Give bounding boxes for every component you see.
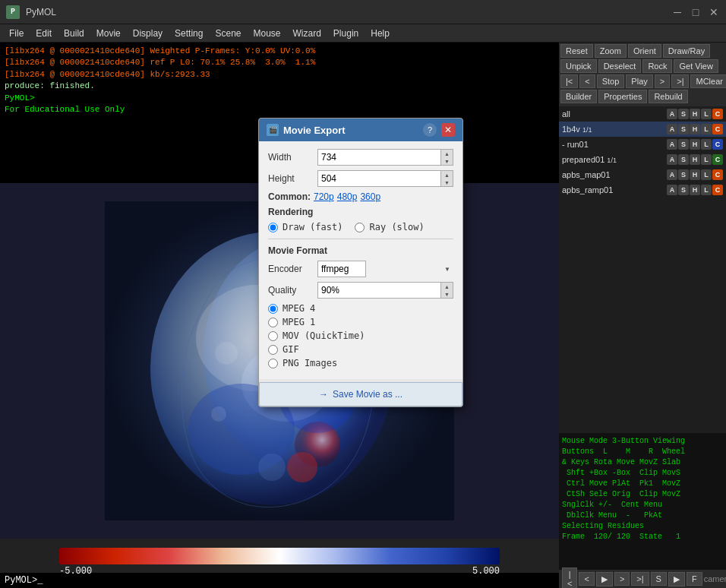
menu-build[interactable]: Build [58, 27, 90, 40]
menu-display[interactable]: Display [127, 27, 169, 40]
nav-s[interactable]: S [651, 572, 667, 586]
preset-360p[interactable]: 360p [360, 191, 380, 202]
draw-fast-radio[interactable] [268, 223, 278, 232]
mclear-button[interactable]: MClear [690, 74, 726, 88]
deselect-button[interactable]: Deselect [598, 59, 642, 73]
menu-file[interactable]: File [3, 27, 30, 40]
draw-fast-label[interactable]: Draw (fast) [283, 222, 342, 232]
mov-radio[interactable] [268, 331, 278, 341]
preset-720p[interactable]: 720p [314, 191, 334, 202]
obj-badge-a-all[interactable]: A [667, 109, 677, 119]
menu-scene[interactable]: Scene [209, 27, 247, 40]
getview-button[interactable]: Get View [674, 59, 718, 73]
height-input[interactable] [317, 170, 441, 187]
quality-spinner[interactable]: ▲ ▼ [441, 282, 453, 299]
minimize-button[interactable]: ─ [671, 6, 683, 18]
obj-badge-h-apbs-map[interactable]: H [690, 169, 700, 180]
obj-badge-s-apbs-ramp[interactable]: S [678, 185, 689, 195]
menu-mouse[interactable]: Mouse [247, 27, 286, 40]
rebuild-button[interactable]: Rebuild [649, 90, 687, 103]
obj-badge-l-1b4v[interactable]: L [701, 124, 712, 134]
ray-slow-label[interactable]: Ray (slow) [369, 222, 424, 232]
preset-480p[interactable]: 480p [337, 191, 358, 202]
stop-button[interactable]: Stop [597, 74, 625, 88]
mpeg4-radio[interactable] [268, 304, 278, 314]
encoder-select[interactable]: ffmpeg mencoder avconv [317, 261, 366, 277]
obj-badge-c-run01[interactable]: C [712, 139, 723, 150]
obj-badge-s-apbs-map[interactable]: S [678, 169, 689, 180]
menu-wizard[interactable]: Wizard [287, 27, 327, 40]
reset-button[interactable]: Reset [560, 44, 593, 58]
menu-plugin[interactable]: Plugin [327, 27, 365, 40]
obj-badge-s-all[interactable]: S [678, 109, 689, 119]
obj-badge-c-apbs-map[interactable]: C [712, 169, 723, 180]
obj-badge-l-run01[interactable]: L [701, 139, 712, 150]
obj-badge-h-apbs-ramp[interactable]: H [690, 185, 700, 195]
nav-next[interactable]: > [614, 572, 630, 586]
unpick-button[interactable]: Unpick [560, 59, 597, 73]
obj-badge-h-all[interactable]: H [690, 109, 700, 119]
rock-button[interactable]: Rock [642, 59, 672, 73]
ray-slow-radio[interactable] [355, 223, 365, 232]
width-spinner[interactable]: ▲ ▼ [441, 149, 453, 166]
height-spinner[interactable]: ▲ ▼ [441, 170, 453, 187]
nav-ffwd[interactable]: >| [631, 572, 649, 586]
object-row-prepared01[interactable]: prepared01 1/1 A S H L C [559, 152, 726, 167]
mov-label[interactable]: MOV (QuickTime) [283, 330, 365, 341]
object-row-apbs-map[interactable]: apbs_map01 A S H L C [559, 167, 726, 182]
obj-badge-a-prep[interactable]: A [667, 154, 677, 165]
movie-export-dialog[interactable]: 🎬 Movie Export ? ✕ Width ▲ ▼ Height ▲ [258, 118, 463, 407]
obj-badge-a-apbs-ramp[interactable]: A [667, 185, 677, 195]
object-row-run01[interactable]: - run01 A S H L C [559, 137, 726, 152]
gif-label[interactable]: GIF [283, 344, 299, 355]
obj-badge-l-apbs-map[interactable]: L [701, 169, 712, 180]
obj-badge-a-run01[interactable]: A [667, 139, 677, 150]
mpeg4-label[interactable]: MPEG 4 [283, 303, 315, 314]
obj-badge-a-apbs-map[interactable]: A [667, 169, 677, 180]
orient-button[interactable]: Orient [628, 44, 661, 58]
obj-badge-s-1b4v[interactable]: S [678, 124, 689, 134]
nav-rewind[interactable]: |< [562, 567, 577, 588]
menu-setting[interactable]: Setting [169, 27, 209, 40]
maximize-button[interactable]: □ [690, 6, 702, 18]
object-row-all[interactable]: all A S H L C [559, 106, 726, 122]
object-row-apbs-ramp[interactable]: apbs_ramp01 A S H L C [559, 182, 726, 198]
play-button[interactable]: Play [626, 74, 652, 88]
builder-button[interactable]: Builder [560, 90, 597, 103]
obj-badge-a-1b4v[interactable]: A [667, 124, 677, 134]
close-button[interactable]: ✕ [708, 6, 720, 18]
obj-badge-s-run01[interactable]: S [678, 139, 689, 150]
menu-help[interactable]: Help [365, 27, 396, 40]
mpeg1-radio[interactable] [268, 318, 278, 327]
drawray-button[interactable]: Draw/Ray [663, 44, 710, 58]
obj-badge-l-prep[interactable]: L [701, 154, 712, 165]
png-label[interactable]: PNG Images [283, 358, 337, 368]
properties-button[interactable]: Properties [598, 90, 647, 103]
ffwd-button[interactable]: >| [671, 74, 689, 88]
quality-input[interactable] [317, 282, 441, 299]
obj-badge-l-apbs-ramp[interactable]: L [701, 185, 712, 195]
nav-prev[interactable]: < [579, 572, 594, 586]
obj-badge-c-apbs-ramp[interactable]: C [712, 185, 723, 195]
prev-button[interactable]: < [579, 74, 595, 88]
obj-badge-h-run01[interactable]: H [690, 139, 700, 150]
nav-play2[interactable]: ▶ [668, 572, 685, 586]
object-row-1b4v[interactable]: 1b4v 1/1 A S H L C [559, 122, 726, 137]
rewind-button[interactable]: |< [560, 74, 578, 88]
obj-badge-h-prep[interactable]: H [690, 154, 700, 165]
obj-badge-s-prep[interactable]: S [678, 154, 689, 165]
obj-badge-c-prep[interactable]: C [712, 154, 723, 165]
menu-movie[interactable]: Movie [90, 27, 127, 40]
obj-badge-h-1b4v[interactable]: H [690, 124, 700, 134]
menu-edit[interactable]: Edit [30, 27, 58, 40]
save-movie-button[interactable]: → Save Movie as ... [259, 382, 462, 406]
dialog-help-button[interactable]: ? [423, 123, 437, 137]
obj-badge-c-all[interactable]: C [712, 109, 723, 119]
obj-badge-l-all[interactable]: L [701, 109, 712, 119]
dialog-close-button[interactable]: ✕ [441, 123, 455, 137]
obj-badge-c-1b4v[interactable]: C [712, 124, 723, 134]
png-radio[interactable] [268, 359, 278, 368]
next-button[interactable]: > [655, 74, 670, 88]
nav-f[interactable]: F [687, 572, 702, 586]
nav-play[interactable]: ▶ [596, 572, 613, 586]
